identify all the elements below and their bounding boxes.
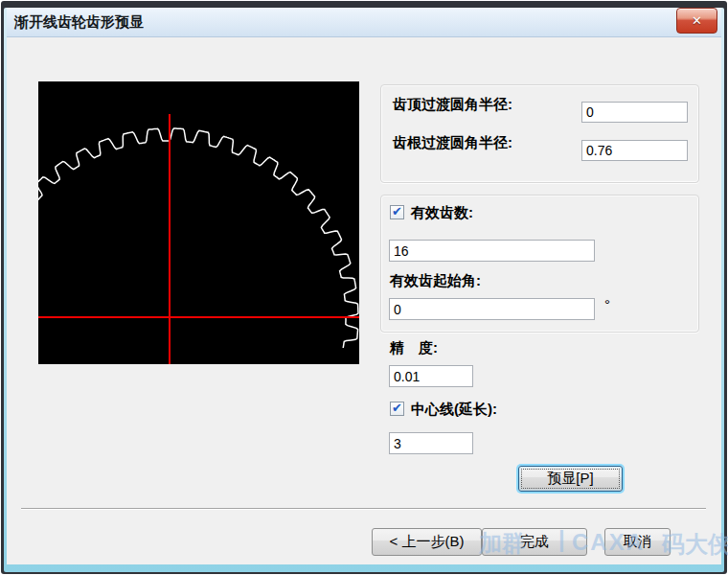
checkmark-icon: ✔ xyxy=(392,402,402,414)
effective-teeth-label: 有效齿数: xyxy=(411,204,473,222)
root-fillet-label: 齿根过渡圆角半径: xyxy=(393,134,512,152)
checkmark-icon: ✔ xyxy=(392,205,402,218)
centerline-label: 中心线(延长): xyxy=(411,401,497,419)
root-fillet-input[interactable] xyxy=(581,140,688,161)
centerline-input[interactable] xyxy=(389,432,473,454)
close-icon: ✕ xyxy=(692,13,702,28)
preview-button[interactable]: 预显[P] xyxy=(518,466,623,492)
cancel-button[interactable]: 取消 xyxy=(604,528,671,556)
back-button-label: < 上一步(B) xyxy=(390,533,465,551)
title-bar[interactable]: 渐开线齿轮齿形预显 xyxy=(7,8,721,37)
start-angle-input[interactable] xyxy=(389,298,595,320)
separator-line xyxy=(21,508,706,510)
gear-profile-drawing xyxy=(38,81,359,364)
close-button[interactable]: ✕ xyxy=(676,8,717,34)
cancel-button-label: 取消 xyxy=(624,533,652,551)
dialog-window: 渐开线齿轮齿形预显 ✕ 齿顶过渡圆角半径: 齿根过渡圆角半径: ✔ 有效齿数: … xyxy=(0,0,728,575)
back-button[interactable]: < 上一步(B) xyxy=(372,528,482,556)
effective-teeth-checkbox[interactable]: ✔ xyxy=(390,205,404,219)
finish-button[interactable]: 完成 xyxy=(482,528,587,556)
tip-fillet-input[interactable] xyxy=(581,102,688,123)
effective-teeth-input[interactable] xyxy=(389,240,595,262)
precision-label: 精 度: xyxy=(390,339,438,357)
finish-button-label: 完成 xyxy=(520,533,549,551)
degree-unit: ° xyxy=(604,296,610,312)
precision-input[interactable] xyxy=(389,365,473,387)
centerline-checkbox[interactable]: ✔ xyxy=(390,402,404,416)
crosshair-horizontal-line xyxy=(38,316,359,318)
crosshair-vertical-line xyxy=(169,114,171,364)
preview-button-label: 预显[P] xyxy=(521,469,620,489)
tip-fillet-label: 齿顶过渡圆角半径: xyxy=(393,96,512,114)
start-angle-label: 有效齿起始角: xyxy=(390,272,481,290)
window-title: 渐开线齿轮齿形预显 xyxy=(14,13,144,32)
gear-preview-panel xyxy=(38,81,359,364)
